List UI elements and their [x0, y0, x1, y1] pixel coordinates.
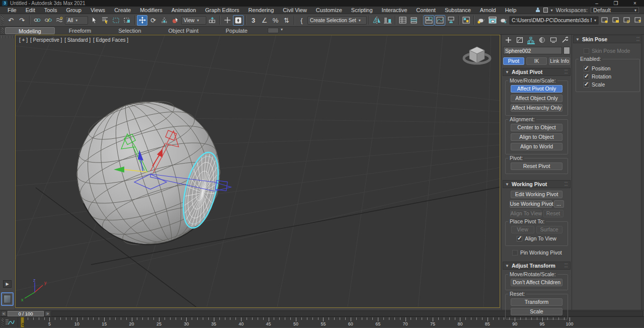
menu-arnold[interactable]: Arnold	[475, 7, 501, 13]
select-and-manipulate-icon[interactable]	[170, 15, 181, 26]
ribbon-tab-freeform[interactable]: Freeform	[56, 27, 105, 34]
edit-named-selection-sets-icon[interactable]: {	[296, 15, 307, 26]
unlink-selection-icon[interactable]	[43, 15, 53, 26]
viewport-layout-tab[interactable]	[1, 292, 14, 306]
use-working-pivot-button[interactable]: Use Working Pivot	[510, 200, 552, 208]
trackbar-grip[interactable]	[2, 318, 4, 326]
spinner-snap-icon[interactable]: ⇅	[281, 15, 292, 26]
viewport-canvas[interactable]	[16, 35, 500, 307]
render-production-icon[interactable]	[498, 15, 509, 26]
subtab-link-info[interactable]: Link Info	[549, 57, 570, 65]
align-to-object-button[interactable]: Align to Object	[511, 133, 562, 141]
restore-button[interactable]: ❐	[613, 1, 619, 6]
rollout-header[interactable]: ▼Adjust Transform⁚⁚	[503, 262, 571, 270]
select-and-move-icon[interactable]	[137, 15, 147, 26]
window-crossing-toggle-icon[interactable]	[122, 15, 132, 26]
align-to-view-button[interactable]: Align To View	[510, 210, 541, 217]
menu-help[interactable]: Help	[501, 7, 521, 13]
ribbon-grip[interactable]	[1, 28, 4, 34]
object-name-field[interactable]: Sphere002	[503, 47, 562, 54]
reference-coordinate-dropdown[interactable]: View ▾	[181, 16, 206, 25]
reset-scale-button[interactable]: Scale	[511, 308, 562, 315]
reset-pivot-button[interactable]: Reset Pivot	[511, 162, 562, 170]
project-folder-script-icon[interactable]	[621, 15, 632, 26]
subtab-pivot[interactable]: Pivot	[503, 57, 524, 65]
rotation-checkbox[interactable]	[584, 74, 589, 79]
menu-rendering[interactable]: Rendering	[244, 7, 279, 13]
menu-customize[interactable]: Customize	[311, 7, 347, 13]
project-folder-new-icon[interactable]	[610, 15, 621, 26]
layout-flyout-button[interactable]: ▶	[3, 280, 12, 288]
trackbar-ruler[interactable]: 0 05101520253035404550556065707580859095…	[18, 317, 644, 327]
previous-frame-button[interactable]: <	[1, 311, 7, 316]
menu-animation[interactable]: Animation	[167, 7, 201, 13]
modify-tab-icon[interactable]	[516, 37, 523, 44]
align-icon[interactable]	[382, 15, 393, 26]
select-by-name-icon[interactable]	[100, 15, 110, 26]
panel-scrollbar[interactable]	[641, 35, 643, 310]
toggle-layer-explorer-icon[interactable]	[409, 15, 419, 26]
menu-create[interactable]: Create	[110, 7, 135, 13]
select-and-scale-icon[interactable]	[159, 15, 170, 26]
percent-snap-icon[interactable]: %	[270, 15, 281, 26]
ribbon-tab-selection[interactable]: Selection	[105, 27, 154, 34]
affect-hierarchy-only-button[interactable]: Affect Hierarchy Only	[511, 104, 562, 112]
project-folder-gear-icon[interactable]	[599, 15, 610, 26]
menu-edit[interactable]: Edit	[21, 7, 40, 13]
rendered-frame-window-icon[interactable]	[487, 15, 498, 26]
select-and-link-icon[interactable]	[32, 15, 42, 26]
hierarchy-tab-icon[interactable]	[527, 37, 535, 44]
keyboard-shortcut-override-icon[interactable]	[233, 15, 244, 26]
rollout-header[interactable]: ▼Adjust Pivot⁚⁚	[503, 68, 571, 76]
pin-working-pivot-checkbox[interactable]	[512, 250, 518, 256]
angle-snap-icon[interactable]: ∠	[259, 15, 270, 26]
rollout-header[interactable]: ▼Skin Pose⁚⁚	[573, 35, 642, 43]
rollout-header[interactable]: ▼Working Pivot⁚⁚	[503, 180, 571, 188]
undo-icon[interactable]: ↶	[6, 15, 16, 26]
menu-content[interactable]: Content	[412, 7, 440, 13]
menu-substance[interactable]: Substance	[440, 7, 475, 13]
ribbon-tab-modeling[interactable]: Modeling	[5, 27, 55, 34]
render-setup-icon[interactable]	[476, 15, 487, 26]
time-slider-handle[interactable]: 0 / 100	[8, 311, 44, 316]
minimize-button[interactable]: –	[594, 1, 600, 6]
create-tab-icon[interactable]	[505, 37, 512, 44]
selection-filter-dropdown[interactable]: All ▾	[65, 16, 88, 25]
object-color-swatch[interactable]	[564, 47, 570, 54]
toggle-ribbon-icon[interactable]	[424, 15, 434, 26]
material-editor-icon[interactable]	[461, 15, 471, 26]
select-and-rotate-icon[interactable]: ⟳	[148, 15, 158, 26]
align-to-view-checkbox[interactable]	[517, 236, 522, 241]
affect-pivot-only-button[interactable]: Affect Pivot Only	[511, 85, 562, 93]
communication-center-icon[interactable]	[543, 8, 548, 13]
rectangular-selection-region-icon[interactable]	[111, 15, 121, 26]
motion-tab-icon[interactable]	[538, 37, 546, 44]
workspaces-dropdown[interactable]: Default ▾	[591, 7, 639, 13]
center-to-object-button[interactable]: Center to Object	[511, 124, 562, 131]
ribbon-tab-object-paint[interactable]: Object Paint	[155, 27, 212, 34]
menu-scripting[interactable]: Scripting	[347, 7, 377, 13]
affect-object-only-button[interactable]: Affect Object Only	[511, 95, 562, 102]
redo-icon[interactable]: ↷	[17, 15, 27, 26]
menu-views[interactable]: Views	[86, 7, 110, 13]
select-and-place-icon[interactable]	[222, 15, 232, 26]
mini-curve-editor-icon[interactable]	[5, 318, 15, 326]
use-pivot-point-center-icon[interactable]	[207, 15, 217, 26]
toggle-scene-explorer-icon[interactable]	[397, 15, 408, 26]
toolbar-grip[interactable]	[1, 15, 4, 25]
place-pivot-view-button[interactable]: View	[511, 226, 534, 233]
menu-civil-view[interactable]: Civil View	[278, 7, 311, 13]
dont-affect-children-button[interactable]: Don't Affect Children	[511, 279, 562, 286]
position-checkbox[interactable]	[584, 66, 589, 71]
next-frame-button[interactable]: >	[45, 311, 50, 316]
select-object-icon[interactable]	[89, 15, 99, 26]
viewport-pov-menu[interactable]: [ Perspective ]	[30, 37, 62, 43]
menu-group[interactable]: Group	[61, 7, 86, 13]
ribbon-tab-populate[interactable]: Populate	[212, 27, 260, 34]
menu-graph-editors[interactable]: Graph Editors	[201, 7, 244, 13]
project-folder-settings-icon[interactable]	[632, 15, 643, 26]
viewport-general-menu[interactable]: [ + ]	[19, 37, 28, 43]
project-folder-dropdown[interactable]: C:\Users\DMD-PC\Documents\3ds Max 2021 ▾	[509, 16, 599, 25]
sign-in-user-icon[interactable]	[535, 8, 540, 13]
place-pivot-surface-button[interactable]: Surface	[536, 226, 562, 233]
